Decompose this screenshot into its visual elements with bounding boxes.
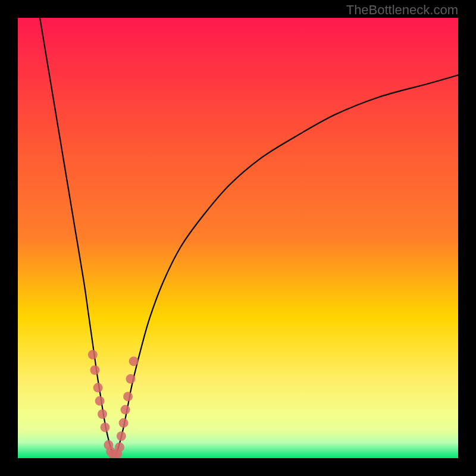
plot-svg	[18, 18, 458, 458]
chart-frame: TheBottleneck.com	[0, 0, 476, 476]
data-marker	[98, 409, 107, 419]
data-marker	[117, 431, 126, 441]
data-marker	[123, 392, 133, 401]
data-marker	[119, 418, 129, 428]
data-marker	[121, 405, 130, 415]
watermark-text: TheBottleneck.com	[346, 2, 458, 18]
data-marker	[90, 365, 100, 375]
data-marker	[126, 374, 135, 384]
data-marker	[88, 350, 98, 359]
plot-area	[18, 18, 458, 458]
data-marker	[93, 383, 103, 393]
data-marker	[101, 422, 110, 432]
data-marker	[129, 356, 139, 366]
data-marker	[115, 443, 124, 452]
gradient-bg	[18, 18, 458, 458]
data-marker	[95, 396, 105, 406]
